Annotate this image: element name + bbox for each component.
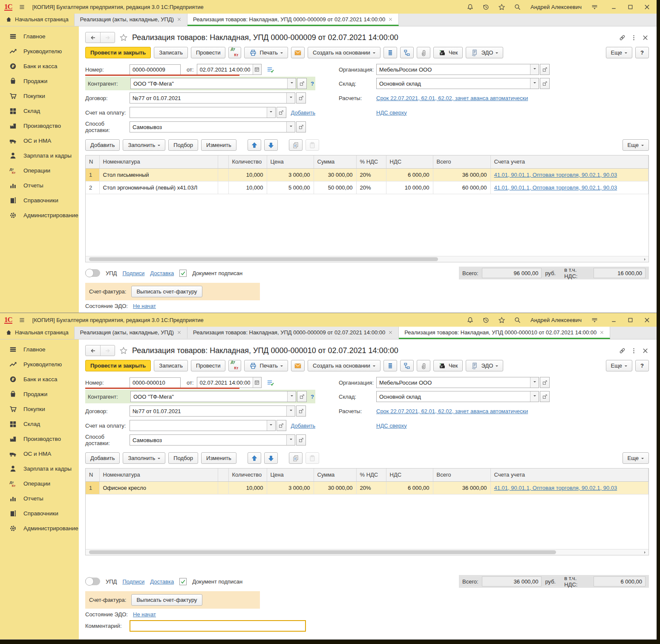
delivery-method-input[interactable] [130, 122, 286, 132]
organization-dropdown[interactable] [530, 64, 539, 75]
row-add-button[interactable]: Добавить [85, 139, 120, 151]
delivery-dropdown[interactable] [286, 435, 295, 445]
close-form-icon[interactable] [642, 347, 649, 354]
sidebar-item[interactable]: Отчеты [0, 178, 79, 193]
warehouse-dropdown[interactable] [530, 78, 539, 89]
create-from-button[interactable]: Создать на основании [308, 47, 380, 58]
post-button[interactable]: Провести [191, 47, 226, 58]
minimize-button[interactable] [610, 3, 617, 11]
delivery-open-button[interactable] [296, 434, 306, 446]
counterparty-open-button[interactable] [297, 78, 307, 89]
signatures-link[interactable]: Подписи [122, 578, 144, 585]
sidebar-item[interactable]: Производство [0, 431, 79, 446]
sidebar-item[interactable]: Склад [0, 104, 79, 118]
tab[interactable]: Реализация (акты, накладные, УПД) [75, 14, 187, 26]
upd-toggle[interactable] [85, 269, 100, 277]
maximize-button[interactable] [627, 316, 634, 324]
save-button[interactable]: Записать [154, 47, 188, 58]
notifications-icon[interactable] [467, 316, 474, 324]
sidebar-item[interactable]: Производство [0, 118, 79, 133]
details-button[interactable] [383, 47, 397, 58]
row-up-button[interactable] [248, 452, 261, 464]
history-icon[interactable] [482, 3, 490, 11]
tab-close-icon[interactable] [177, 17, 182, 22]
comment-input[interactable] [130, 620, 306, 632]
attachments-button[interactable] [417, 47, 430, 58]
vat-mode-link[interactable]: НДС сверху [376, 109, 407, 116]
more-button[interactable]: Еще [606, 360, 632, 371]
row-fill-button[interactable]: Заполнить [123, 139, 165, 151]
organization-open-button[interactable] [540, 377, 550, 388]
edo-button[interactable]: ЭДО [466, 47, 503, 58]
close-form-icon[interactable] [642, 34, 649, 41]
table-row[interactable]: 2 Стол эргономичный (левый) х41.03Л 10,0… [86, 181, 648, 194]
main-menu-icon[interactable] [18, 316, 26, 324]
row-down-button[interactable] [264, 452, 278, 464]
delivery-link[interactable]: Доставка [150, 270, 174, 276]
row-down-button[interactable] [264, 139, 278, 151]
invoice-open-button[interactable] [277, 420, 286, 431]
email-button[interactable] [291, 360, 305, 371]
sidebar-item[interactable]: Зарплата и кадры [0, 148, 79, 163]
vat-mode-link[interactable]: НДС сверху [376, 423, 407, 429]
counterparty-input[interactable] [131, 78, 287, 89]
tab-close-icon[interactable] [388, 330, 393, 335]
invoice-open-button[interactable] [277, 107, 286, 118]
sidebar-item[interactable]: Справочники [0, 506, 79, 521]
document-signed-checkbox[interactable] [179, 578, 187, 585]
user-name[interactable]: Андрей Алексеевич [530, 317, 582, 323]
copy-rows-button[interactable] [289, 139, 303, 151]
counterparty-help-link[interactable]: ? [311, 394, 314, 400]
date-input[interactable] [197, 64, 253, 75]
sidebar-item[interactable]: Отчеты [0, 491, 79, 506]
number-input[interactable] [130, 377, 181, 388]
sidebar-item[interactable]: Банк и касса [0, 372, 79, 387]
favorites-icon[interactable] [498, 3, 505, 11]
attachments-button[interactable] [417, 360, 430, 371]
number-input[interactable] [130, 64, 181, 75]
sidebar-item[interactable]: Покупки [0, 402, 79, 417]
sidebar-item[interactable]: Продажи [0, 387, 79, 402]
save-button[interactable]: Записать [154, 360, 188, 371]
tab[interactable]: Реализация (акты, накладные, УПД) [75, 327, 187, 339]
warehouse-open-button[interactable] [540, 391, 550, 402]
organization-dropdown[interactable] [530, 377, 539, 388]
print-button[interactable]: Печать [244, 47, 288, 58]
search-icon[interactable] [514, 316, 521, 324]
create-from-button[interactable]: Создать на основании [308, 360, 380, 371]
delivery-link[interactable]: Доставка [150, 578, 174, 585]
back-button[interactable] [86, 345, 100, 356]
sidebar-item[interactable]: Продажи [0, 74, 79, 89]
edo-state-link[interactable]: Не начат [133, 611, 156, 618]
paste-rows-button[interactable] [306, 452, 319, 464]
table-row[interactable]: 1 Офисное кресло 10,000 3 000,00 30 000,… [86, 481, 648, 494]
dtkt-button[interactable]: ДтКт [228, 47, 241, 58]
contract-input[interactable] [130, 406, 286, 416]
warehouse-open-button[interactable] [540, 78, 550, 89]
forward-button[interactable] [100, 32, 115, 43]
notifications-icon[interactable] [467, 3, 474, 11]
horizontal-scrollbar[interactable] [86, 256, 648, 262]
tab-close-icon[interactable] [177, 330, 182, 335]
organization-input[interactable] [377, 64, 530, 75]
close-button[interactable] [643, 316, 651, 324]
history-icon[interactable] [482, 316, 490, 324]
collapse-panel-icon[interactable] [591, 316, 598, 324]
add-link[interactable]: Добавить [291, 109, 315, 116]
sidebar-item[interactable]: Банк и касса [0, 59, 79, 74]
sidebar-item[interactable]: Администрирование [0, 208, 79, 223]
row-edit-button[interactable]: Изменить [201, 452, 236, 464]
favorites-icon[interactable] [498, 316, 505, 324]
counterparty-dropdown[interactable] [287, 391, 296, 402]
sidebar-item[interactable]: Операции [0, 476, 79, 491]
tab[interactable]: Реализация товаров: Накладная, УПД 0000-… [187, 14, 399, 26]
contract-dropdown[interactable] [286, 93, 295, 103]
sidebar-item[interactable]: Главное [0, 342, 79, 357]
date-input[interactable] [197, 377, 253, 388]
dtkt-button[interactable]: ДтКт [228, 360, 241, 371]
accounts-link[interactable]: 41.01, 90.01.1, Оптовая торговля, 90.02.… [494, 172, 617, 178]
more-button[interactable]: Еще [606, 47, 632, 58]
details-button[interactable] [383, 360, 397, 371]
collapse-panel-icon[interactable] [591, 3, 598, 11]
warehouse-input[interactable] [377, 78, 530, 89]
